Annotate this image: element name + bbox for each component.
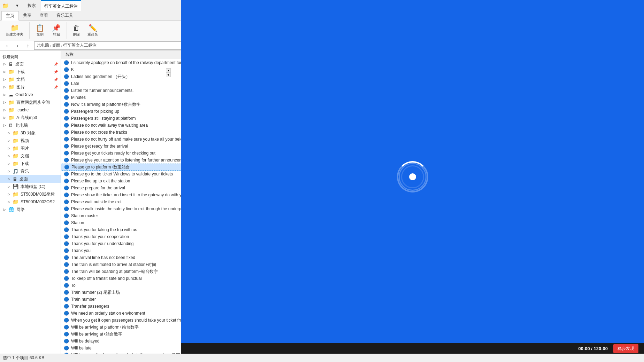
sidebar: 快速访问 ▷ 🖥 桌面 📌 ▷ 📁 下载 📌 ▷ 📁 文档 📌 ▷ 📁 图片 📌: [0, 51, 61, 354]
sidebar-item-network[interactable]: ▷ 🌐 网络: [0, 206, 61, 213]
ribbon-tab-music[interactable]: 音乐工具: [52, 11, 77, 20]
path-part-desktop: 桌面: [52, 42, 60, 48]
sidebar-item-mp3[interactable]: ▷ 📁 A-高线mp3: [0, 114, 61, 121]
expand-icon: ▷: [3, 116, 6, 119]
audio-file-icon: 🔵: [64, 234, 69, 239]
ribbon-group-new: 📁 新建文件夹: [3, 22, 30, 39]
audio-file-icon: 🔵: [64, 74, 69, 79]
expand-icon: ▷: [3, 124, 6, 127]
audio-file-icon: 🔵: [64, 318, 69, 323]
ribbon-btn-rename[interactable]: ✏️ 重命名: [84, 23, 101, 38]
audio-file-icon: 🔵: [64, 248, 69, 253]
rename-icon: ✏️: [89, 24, 97, 32]
desktop-icon: 🖥: [8, 61, 13, 67]
expand-icon: ▷: [7, 139, 10, 142]
path-part-pc: 此电脑: [37, 42, 49, 48]
ribbon-tab-share[interactable]: 共享: [19, 11, 36, 20]
ribbon-btn-new-folder[interactable]: 📁 新建文件夹: [3, 23, 26, 38]
expand-icon: ▷: [3, 93, 6, 96]
sidebar-item-baidu[interactable]: ▷ 📁 百度网盘同步空间: [0, 99, 61, 106]
media-play-button[interactable]: 稳步发现: [613, 344, 638, 353]
nav-forward-button[interactable]: ›: [13, 41, 22, 50]
sidebar-item-3d[interactable]: ▷ 📁 3D 对象: [0, 129, 61, 137]
paste-icon: 📌: [52, 24, 61, 32]
file-name: Passengers for picking up: [71, 109, 119, 114]
sidebar-item-this-pc[interactable]: ▷ 🖥 此电脑: [0, 121, 61, 129]
sidebar-item-local-disk[interactable]: ▷ 💾 本地磁盘 (C:): [0, 183, 61, 190]
cache-folder-icon: 📁: [8, 107, 14, 113]
sidebar-item-music[interactable]: ▷ 🎵 音乐: [0, 167, 61, 175]
audio-file-icon: 🔵: [64, 88, 69, 93]
expand-icon: ▷: [7, 177, 10, 181]
sidebar-item-downloads[interactable]: ▷ 📁 下载: [0, 160, 61, 167]
pin-icon: 📌: [54, 85, 58, 89]
audio-file-icon: 🔵: [64, 130, 69, 135]
sidebar-item-desktop-qa[interactable]: ▷ 🖥 桌面 📌: [0, 60, 61, 68]
file-name: Will be arriving at platform+站台数字: [71, 324, 139, 330]
expand-icon: ▷: [3, 108, 6, 112]
media-spinner: [397, 161, 428, 192]
audio-file-icon: 🔵: [64, 109, 69, 114]
file-name: Please line up to exit the station: [71, 179, 130, 183]
audio-file-icon: 🔵: [64, 290, 69, 295]
file-name: The train is estimated to arrive at stat…: [71, 262, 156, 268]
audio-file-icon: 🔵: [64, 269, 69, 274]
sidebar-item-video[interactable]: ▷ 📁 视频: [0, 137, 61, 144]
sidebar-item-pics-qa[interactable]: ▷ 📁 图片 📌: [0, 83, 61, 91]
audio-file-icon: 🔵: [64, 123, 69, 128]
file-name: The train will be boarding at platform+站…: [71, 269, 158, 275]
sidebar-item-desktop[interactable]: ▷ 🖥 桌面: [0, 175, 61, 183]
sidebar-item-docs-qa[interactable]: ▷ 📁 文档 📌: [0, 76, 61, 83]
audio-file-icon: 🔵: [64, 339, 69, 344]
audio-file-icon: 🔵: [64, 297, 69, 302]
ribbon-btn-copy[interactable]: 📋 复制: [32, 23, 47, 38]
expand-icon: ▷: [7, 154, 10, 158]
audio-file-icon: 🔵: [64, 346, 69, 351]
audio-file-icon: 🔵: [64, 199, 69, 204]
sidebar-item-cache[interactable]: ▷ 📁 .cache: [0, 106, 61, 114]
pics-icon: 📁: [8, 84, 14, 90]
audio-file-icon: 🔵: [64, 172, 69, 176]
sidebar-item-onedrive[interactable]: ▷ ☁ OneDrive: [0, 91, 61, 99]
ribbon-btn-paste[interactable]: 📌 粘贴: [49, 23, 64, 38]
quick-access-label: 快速访问: [0, 52, 61, 60]
file-name: Will be delayed: [71, 339, 99, 344]
file-name: Listen for further announcements.: [71, 88, 133, 93]
file-name: Please get your tickets ready for checki…: [71, 151, 155, 156]
expand-icon: ▷: [7, 200, 10, 204]
new-folder-icon: 📁: [10, 24, 19, 32]
file-name: Station: [71, 220, 84, 225]
copy-icon: 📋: [36, 24, 44, 32]
file-name: Please do not cross the tracks: [71, 130, 127, 135]
title-tab-expand[interactable]: ▼: [12, 0, 23, 11]
title-tab-1[interactable]: 搜索: [24, 0, 39, 11]
sidebar-item-documents[interactable]: ▷ 📁 文档: [0, 152, 61, 160]
sidebar-item-st500-1[interactable]: ▷ 📁 ST500DM002坐标: [0, 190, 61, 198]
ribbon-btn-delete[interactable]: 🗑 删除: [70, 23, 83, 38]
scroll-down-arrow[interactable]: ▼: [166, 73, 170, 77]
ribbon-tab-home[interactable]: 主页: [1, 11, 19, 21]
file-name: To: [71, 283, 76, 288]
title-tab-2[interactable]: 行车英文人工标注: [41, 0, 81, 11]
3d-icon: 📁: [13, 130, 18, 136]
audio-file-icon: 🔵: [64, 102, 69, 107]
sidebar-item-pictures[interactable]: ▷ 📁 图片: [0, 144, 61, 152]
file-name: Late: [71, 81, 79, 86]
sidebar-item-st500-2[interactable]: ▷ 📁 ST500DM002OS2: [0, 198, 61, 206]
file-name: Train number: [71, 297, 96, 302]
audio-file-icon: 🔵: [64, 158, 69, 163]
video-icon: 📁: [13, 138, 18, 143]
nav-up-button[interactable]: ↑: [24, 41, 32, 50]
music-icon: 🎵: [13, 168, 18, 174]
ribbon-tab-view[interactable]: 查看: [36, 11, 52, 20]
nav-back-button[interactable]: ‹: [3, 41, 11, 50]
sidebar-item-downloads-qa[interactable]: ▷ 📁 下载 📌: [0, 68, 61, 76]
docs-icon: 📁: [8, 77, 14, 82]
downloads2-icon: 📁: [13, 161, 18, 166]
scroll-up-arrow[interactable]: ▲: [166, 69, 170, 73]
st500-2-icon: 📁: [13, 199, 18, 205]
file-name: Station master: [71, 213, 98, 218]
audio-file-icon: 🔵: [64, 227, 69, 232]
downloads-icon: 📁: [8, 69, 14, 74]
file-name: Thank you: [71, 248, 91, 253]
